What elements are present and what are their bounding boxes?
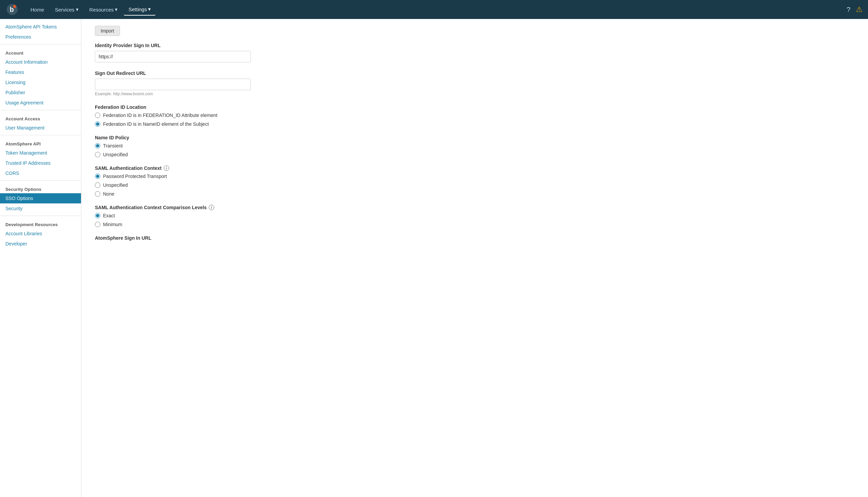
identity-provider-url-input[interactable] — [95, 51, 251, 62]
saml-comparison-exact-label: Exact — [103, 213, 115, 218]
name-id-unspecified-option[interactable]: Unspecified — [95, 152, 854, 157]
import-button[interactable]: Import — [95, 26, 120, 36]
name-id-unspecified-radio[interactable] — [95, 152, 100, 157]
saml-auth-password-label: Password Protected Transport — [103, 174, 167, 179]
saml-auth-comparison-info-icon[interactable]: i — [209, 205, 214, 210]
sidebar-link-account-libraries[interactable]: Account Libraries — [0, 228, 81, 239]
name-id-policy-label: Name ID Policy — [95, 135, 854, 140]
saml-auth-context-info-icon[interactable]: i — [164, 166, 169, 171]
sidebar-link-features[interactable]: Features — [0, 67, 81, 77]
saml-auth-comparison-label: SAML Authentication Context Comparison L… — [95, 205, 854, 210]
saml-auth-unspecified-radio[interactable] — [95, 182, 100, 188]
top-navigation: b Home Services ▾ Resources ▾ Settings ▾… — [0, 0, 868, 19]
sidebar-link-sso-options[interactable]: SSO Options — [0, 193, 81, 203]
nav-settings[interactable]: Settings ▾ — [124, 3, 156, 16]
sidebar-link-atomsphere-api-tokens[interactable]: AtomSphere API Tokens — [0, 22, 81, 32]
sidebar-link-publisher[interactable]: Publisher — [0, 87, 81, 98]
saml-auth-none-option[interactable]: None — [95, 191, 854, 197]
import-button-container: Import — [95, 26, 854, 43]
saml-auth-comparison-section: SAML Authentication Context Comparison L… — [95, 205, 854, 227]
sidebar-link-developer[interactable]: Developer — [0, 239, 81, 249]
name-id-transient-option[interactable]: Transient — [95, 143, 854, 148]
identity-provider-url-section: Identity Provider Sign In URL — [95, 43, 854, 62]
saml-auth-none-label: None — [103, 191, 114, 197]
sidebar-link-user-management[interactable]: User Management — [0, 123, 81, 133]
federation-id-nameid-option[interactable]: Federation ID is in NameID element of th… — [95, 122, 854, 127]
name-id-transient-radio[interactable] — [95, 143, 100, 148]
sidebar-divider-5 — [0, 216, 81, 216]
name-id-unspecified-label: Unspecified — [103, 152, 128, 157]
federation-id-federation-id-radio[interactable] — [95, 113, 100, 118]
saml-auth-unspecified-label: Unspecified — [103, 182, 128, 188]
sign-out-redirect-url-section: Sign Out Redirect URL Example: http://ww… — [95, 71, 854, 96]
name-id-policy-section: Name ID Policy Transient Unspecified — [95, 135, 854, 157]
sidebar-divider — [0, 44, 81, 44]
svg-point-2 — [13, 5, 16, 8]
sign-out-redirect-url-hint: Example: http://www.boomi.com — [95, 91, 854, 96]
saml-auth-unspecified-option[interactable]: Unspecified — [95, 182, 854, 188]
sidebar-link-account-information[interactable]: Account Information — [0, 57, 81, 67]
sidebar-link-cors[interactable]: CORS — [0, 168, 81, 178]
identity-provider-url-label: Identity Provider Sign In URL — [95, 43, 854, 48]
sign-out-redirect-url-label: Sign Out Redirect URL — [95, 71, 854, 76]
sidebar-section-account-access: Account Access — [0, 112, 81, 123]
sidebar-section-dev-resources: Development Resources — [0, 218, 81, 228]
federation-id-federation-id-label: Federation ID is in FEDERATION_ID Attrib… — [103, 113, 217, 118]
federation-id-nameid-label: Federation ID is in NameID element of th… — [103, 122, 209, 127]
logo[interactable]: b — [5, 3, 19, 16]
name-id-transient-label: Transient — [103, 143, 123, 148]
sidebar-link-security[interactable]: Security — [0, 203, 81, 214]
federation-id-location-section: Federation ID Location Federation ID is … — [95, 104, 854, 127]
saml-auth-context-group: Password Protected Transport Unspecified… — [95, 174, 854, 197]
page-layout: AtomSphere API Tokens Preferences Accoun… — [0, 19, 868, 497]
sidebar-link-usage-agreement[interactable]: Usage Agreement — [0, 98, 81, 108]
saml-comparison-minimum-option[interactable]: Minimum — [95, 222, 854, 227]
saml-auth-none-radio[interactable] — [95, 191, 100, 197]
atomsphere-sign-in-url-label: AtomSphere Sign In URL — [95, 235, 854, 241]
federation-id-location-label: Federation ID Location — [95, 104, 854, 110]
nav-items: Home Services ▾ Resources ▾ Settings ▾ — [26, 3, 847, 16]
saml-auth-password-option[interactable]: Password Protected Transport — [95, 174, 854, 179]
main-content: Import Identity Provider Sign In URL Sig… — [81, 19, 868, 497]
sidebar-divider-3 — [0, 135, 81, 135]
sidebar-divider-4 — [0, 180, 81, 181]
chevron-down-icon: ▾ — [148, 6, 151, 12]
saml-comparison-exact-radio[interactable] — [95, 213, 100, 218]
name-id-policy-group: Transient Unspecified — [95, 143, 854, 157]
nav-home[interactable]: Home — [26, 4, 49, 15]
help-button[interactable]: ? — [847, 6, 850, 14]
chevron-down-icon: ▾ — [115, 6, 118, 13]
sign-out-redirect-url-input[interactable] — [95, 79, 251, 90]
sidebar-section-atomsphere-api: AtomSphere API — [0, 137, 81, 148]
federation-id-nameid-radio[interactable] — [95, 122, 100, 127]
nav-services[interactable]: Services ▾ — [50, 4, 83, 15]
nav-right: ? ⚠ — [847, 5, 863, 14]
sidebar: AtomSphere API Tokens Preferences Accoun… — [0, 19, 81, 497]
sidebar-link-licensing[interactable]: Licensing — [0, 77, 81, 87]
warning-button[interactable]: ⚠ — [856, 5, 863, 14]
saml-comparison-minimum-radio[interactable] — [95, 222, 100, 227]
sidebar-section-security-options: Security Options — [0, 183, 81, 193]
nav-resources[interactable]: Resources ▾ — [85, 4, 123, 15]
saml-comparison-minimum-label: Minimum — [103, 222, 122, 227]
sidebar-link-preferences[interactable]: Preferences — [0, 32, 81, 42]
saml-auth-password-radio[interactable] — [95, 174, 100, 179]
saml-auth-context-label: SAML Authentication Context i — [95, 166, 854, 171]
chevron-down-icon: ▾ — [76, 6, 78, 13]
saml-comparison-exact-option[interactable]: Exact — [95, 213, 854, 218]
sidebar-link-trusted-ip[interactable]: Trusted IP Addresses — [0, 158, 81, 168]
sidebar-divider-2 — [0, 110, 81, 110]
sidebar-section-account: Account — [0, 46, 81, 57]
sidebar-link-token-management[interactable]: Token Management — [0, 148, 81, 158]
saml-auth-comparison-group: Exact Minimum — [95, 213, 854, 227]
federation-id-federation-id-option[interactable]: Federation ID is in FEDERATION_ID Attrib… — [95, 113, 854, 118]
atomsphere-sign-in-url-section: AtomSphere Sign In URL — [95, 235, 854, 241]
federation-id-location-group: Federation ID is in FEDERATION_ID Attrib… — [95, 113, 854, 127]
saml-auth-context-section: SAML Authentication Context i Password P… — [95, 166, 854, 197]
